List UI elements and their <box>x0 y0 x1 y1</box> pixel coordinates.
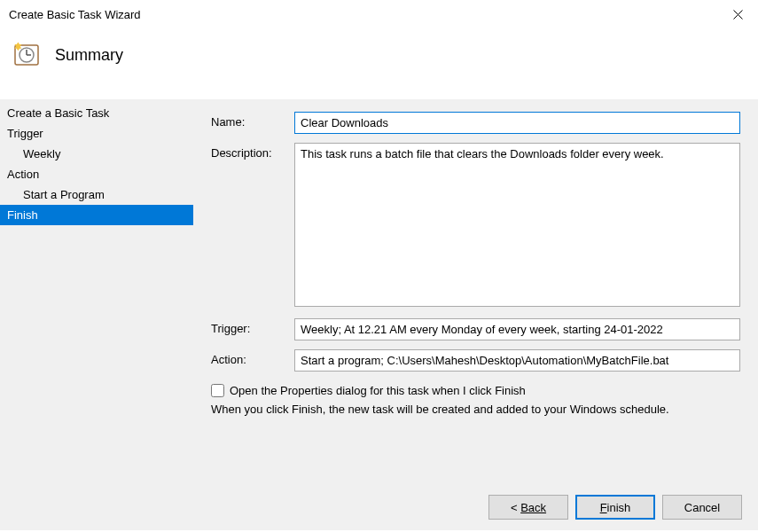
close-button[interactable] <box>717 0 758 28</box>
close-icon <box>733 10 743 20</box>
footer-buttons: < Back Finish Cancel <box>488 495 742 520</box>
trigger-label: Trigger: <box>211 318 294 340</box>
title-bar: Create Basic Task Wizard <box>0 0 758 28</box>
back-button[interactable]: < Back <box>488 495 568 520</box>
header: Summary <box>0 28 758 99</box>
page-heading: Summary <box>55 46 123 65</box>
open-properties-label: Open the Properties dialog for this task… <box>230 384 526 397</box>
description-input[interactable] <box>294 143 740 307</box>
name-input[interactable] <box>294 112 740 134</box>
trigger-value <box>294 318 740 340</box>
name-label: Name: <box>211 112 294 134</box>
action-label: Action: <box>211 349 294 372</box>
nav-action[interactable]: Action <box>0 164 193 184</box>
nav-finish[interactable]: Finish <box>0 205 193 225</box>
wizard-icon <box>12 41 41 69</box>
description-label: Description: <box>211 143 294 309</box>
window-title: Create Basic Task Wizard <box>9 8 141 21</box>
open-properties-checkbox[interactable] <box>211 384 224 397</box>
nav-action-start-program[interactable]: Start a Program <box>0 184 193 205</box>
nav-trigger[interactable]: Trigger <box>0 123 193 144</box>
nav-trigger-weekly[interactable]: Weekly <box>0 144 193 164</box>
summary-pane: Name: Description: Trigger: Action: <box>193 99 758 530</box>
content-area: Create a Basic Task Trigger Weekly Actio… <box>0 99 758 530</box>
nav-create-basic-task[interactable]: Create a Basic Task <box>0 103 193 123</box>
finish-note: When you click Finish, the new task will… <box>211 403 740 416</box>
wizard-nav: Create a Basic Task Trigger Weekly Actio… <box>0 99 193 530</box>
finish-button[interactable]: Finish <box>575 495 655 520</box>
action-value <box>294 349 740 372</box>
cancel-button[interactable]: Cancel <box>662 495 742 520</box>
